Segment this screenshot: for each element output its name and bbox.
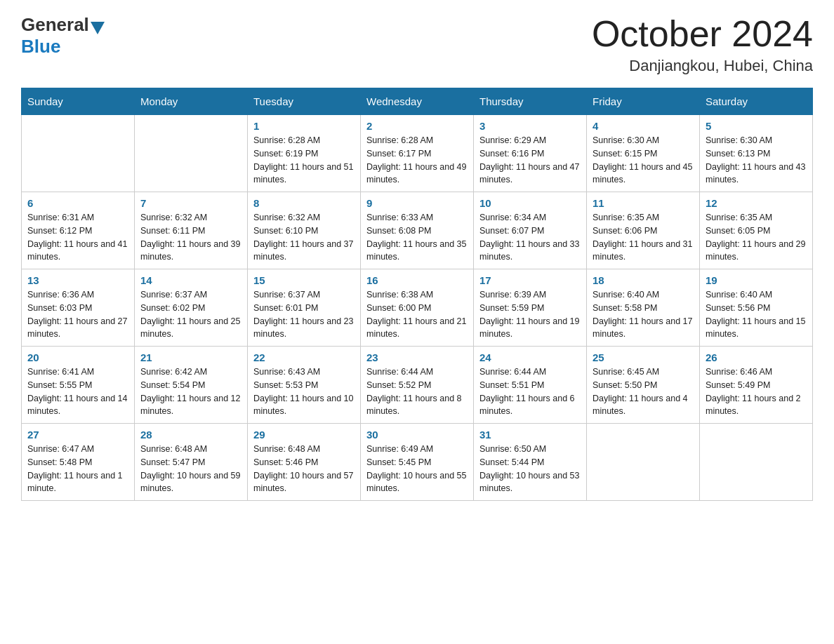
day-info: Sunrise: 6:30 AMSunset: 6:13 PMDaylight:…	[706, 134, 807, 187]
day-info: Sunrise: 6:32 AMSunset: 6:10 PMDaylight:…	[253, 211, 355, 264]
day-info: Sunrise: 6:50 AMSunset: 5:44 PMDaylight:…	[479, 443, 581, 495]
day-number: 25	[593, 351, 694, 363]
day-number: 13	[27, 274, 128, 286]
header-day-saturday: Saturday	[700, 88, 813, 115]
day-number: 8	[253, 197, 355, 209]
day-info: Sunrise: 6:47 AMSunset: 5:48 PMDaylight:…	[27, 443, 128, 495]
calendar-cell: 15Sunrise: 6:37 AMSunset: 6:01 PMDayligh…	[248, 269, 361, 347]
calendar-cell: 10Sunrise: 6:34 AMSunset: 6:07 PMDayligh…	[474, 192, 587, 269]
calendar-cell	[135, 115, 248, 192]
day-number: 10	[479, 197, 581, 209]
day-number: 4	[593, 120, 694, 132]
calendar-cell: 26Sunrise: 6:46 AMSunset: 5:49 PMDayligh…	[700, 347, 813, 424]
month-title: October 2024	[592, 14, 813, 54]
calendar-cell: 22Sunrise: 6:43 AMSunset: 5:53 PMDayligh…	[248, 347, 361, 424]
day-number: 24	[479, 351, 581, 363]
day-info: Sunrise: 6:28 AMSunset: 6:17 PMDaylight:…	[366, 134, 468, 187]
day-number: 18	[593, 274, 694, 286]
day-number: 11	[593, 197, 694, 209]
calendar-cell: 20Sunrise: 6:41 AMSunset: 5:55 PMDayligh…	[22, 347, 135, 424]
calendar-cell: 7Sunrise: 6:32 AMSunset: 6:11 PMDaylight…	[135, 192, 248, 269]
day-info: Sunrise: 6:32 AMSunset: 6:11 PMDaylight:…	[140, 211, 241, 264]
calendar-cell: 13Sunrise: 6:36 AMSunset: 6:03 PMDayligh…	[22, 269, 135, 347]
day-number: 12	[706, 197, 807, 209]
week-row-2: 6Sunrise: 6:31 AMSunset: 6:12 PMDaylight…	[22, 192, 813, 269]
day-info: Sunrise: 6:33 AMSunset: 6:08 PMDaylight:…	[366, 211, 468, 264]
day-number: 30	[366, 429, 468, 441]
day-info: Sunrise: 6:48 AMSunset: 5:47 PMDaylight:…	[140, 443, 241, 495]
day-info: Sunrise: 6:43 AMSunset: 5:53 PMDaylight:…	[253, 365, 355, 418]
header-day-thursday: Thursday	[474, 88, 587, 115]
calendar-cell	[587, 424, 700, 501]
day-info: Sunrise: 6:40 AMSunset: 5:56 PMDaylight:…	[706, 288, 807, 341]
calendar-cell: 2Sunrise: 6:28 AMSunset: 6:17 PMDaylight…	[361, 115, 474, 192]
day-number: 27	[27, 429, 128, 441]
day-number: 20	[27, 351, 128, 363]
calendar-cell: 19Sunrise: 6:40 AMSunset: 5:56 PMDayligh…	[700, 269, 813, 347]
day-info: Sunrise: 6:49 AMSunset: 5:45 PMDaylight:…	[366, 443, 468, 495]
calendar-cell: 4Sunrise: 6:30 AMSunset: 6:15 PMDaylight…	[587, 115, 700, 192]
day-number: 23	[366, 351, 468, 363]
location-title: Danjiangkou, Hubei, China	[592, 57, 813, 75]
day-info: Sunrise: 6:46 AMSunset: 5:49 PMDaylight:…	[706, 365, 807, 418]
calendar-cell: 5Sunrise: 6:30 AMSunset: 6:13 PMDaylight…	[700, 115, 813, 192]
calendar-cell: 12Sunrise: 6:35 AMSunset: 6:05 PMDayligh…	[700, 192, 813, 269]
day-number: 1	[253, 120, 355, 132]
day-info: Sunrise: 6:35 AMSunset: 6:05 PMDaylight:…	[706, 211, 807, 264]
calendar-cell	[22, 115, 135, 192]
header-day-monday: Monday	[135, 88, 248, 115]
day-number: 17	[479, 274, 581, 286]
day-number: 28	[140, 429, 241, 441]
day-info: Sunrise: 6:35 AMSunset: 6:06 PMDaylight:…	[593, 211, 694, 264]
day-info: Sunrise: 6:31 AMSunset: 6:12 PMDaylight:…	[27, 211, 128, 264]
day-info: Sunrise: 6:37 AMSunset: 6:01 PMDaylight:…	[253, 288, 355, 341]
day-info: Sunrise: 6:29 AMSunset: 6:16 PMDaylight:…	[479, 134, 581, 187]
calendar-cell: 21Sunrise: 6:42 AMSunset: 5:54 PMDayligh…	[135, 347, 248, 424]
day-info: Sunrise: 6:45 AMSunset: 5:50 PMDaylight:…	[593, 365, 694, 418]
day-number: 7	[140, 197, 241, 209]
calendar-cell: 27Sunrise: 6:47 AMSunset: 5:48 PMDayligh…	[22, 424, 135, 501]
calendar-cell: 29Sunrise: 6:48 AMSunset: 5:46 PMDayligh…	[248, 424, 361, 501]
header-day-sunday: Sunday	[22, 88, 135, 115]
week-row-5: 27Sunrise: 6:47 AMSunset: 5:48 PMDayligh…	[22, 424, 813, 501]
day-number: 15	[253, 274, 355, 286]
logo-triangle-icon	[91, 22, 105, 34]
day-number: 5	[706, 120, 807, 132]
day-number: 21	[140, 351, 241, 363]
calendar-cell: 1Sunrise: 6:28 AMSunset: 6:19 PMDaylight…	[248, 115, 361, 192]
calendar-cell: 30Sunrise: 6:49 AMSunset: 5:45 PMDayligh…	[361, 424, 474, 501]
logo-blue-text: Blue	[21, 36, 60, 58]
week-row-4: 20Sunrise: 6:41 AMSunset: 5:55 PMDayligh…	[22, 347, 813, 424]
day-number: 22	[253, 351, 355, 363]
day-number: 29	[253, 429, 355, 441]
logo-general-text: General	[21, 14, 89, 36]
header-row: SundayMondayTuesdayWednesdayThursdayFrid…	[22, 88, 813, 115]
logo: General Blue	[21, 14, 106, 58]
header-day-wednesday: Wednesday	[361, 88, 474, 115]
calendar-cell	[700, 424, 813, 501]
calendar-cell: 6Sunrise: 6:31 AMSunset: 6:12 PMDaylight…	[22, 192, 135, 269]
calendar-cell: 11Sunrise: 6:35 AMSunset: 6:06 PMDayligh…	[587, 192, 700, 269]
calendar-cell: 25Sunrise: 6:45 AMSunset: 5:50 PMDayligh…	[587, 347, 700, 424]
calendar-cell: 8Sunrise: 6:32 AMSunset: 6:10 PMDaylight…	[248, 192, 361, 269]
calendar-cell: 16Sunrise: 6:38 AMSunset: 6:00 PMDayligh…	[361, 269, 474, 347]
calendar-cell: 9Sunrise: 6:33 AMSunset: 6:08 PMDaylight…	[361, 192, 474, 269]
day-number: 9	[366, 197, 468, 209]
calendar-cell: 24Sunrise: 6:44 AMSunset: 5:51 PMDayligh…	[474, 347, 587, 424]
day-info: Sunrise: 6:39 AMSunset: 5:59 PMDaylight:…	[479, 288, 581, 341]
week-row-3: 13Sunrise: 6:36 AMSunset: 6:03 PMDayligh…	[22, 269, 813, 347]
calendar-cell: 17Sunrise: 6:39 AMSunset: 5:59 PMDayligh…	[474, 269, 587, 347]
day-info: Sunrise: 6:41 AMSunset: 5:55 PMDaylight:…	[27, 365, 128, 418]
day-info: Sunrise: 6:30 AMSunset: 6:15 PMDaylight:…	[593, 134, 694, 187]
day-number: 31	[479, 429, 581, 441]
day-info: Sunrise: 6:28 AMSunset: 6:19 PMDaylight:…	[253, 134, 355, 187]
calendar-cell: 23Sunrise: 6:44 AMSunset: 5:52 PMDayligh…	[361, 347, 474, 424]
calendar-cell: 14Sunrise: 6:37 AMSunset: 6:02 PMDayligh…	[135, 269, 248, 347]
day-info: Sunrise: 6:44 AMSunset: 5:51 PMDaylight:…	[479, 365, 581, 418]
day-number: 3	[479, 120, 581, 132]
day-info: Sunrise: 6:48 AMSunset: 5:46 PMDaylight:…	[253, 443, 355, 495]
header-day-tuesday: Tuesday	[248, 88, 361, 115]
title-area: October 2024 Danjiangkou, Hubei, China	[592, 14, 813, 75]
calendar-cell: 3Sunrise: 6:29 AMSunset: 6:16 PMDaylight…	[474, 115, 587, 192]
calendar-cell: 18Sunrise: 6:40 AMSunset: 5:58 PMDayligh…	[587, 269, 700, 347]
